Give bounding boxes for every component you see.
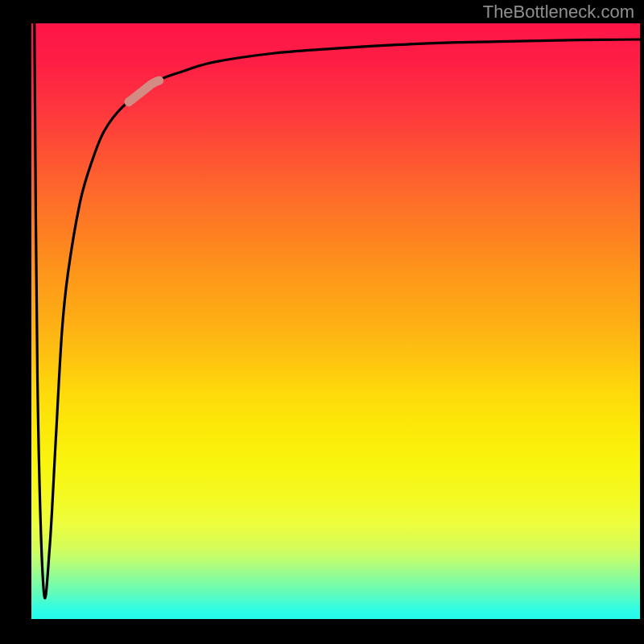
plot-area [31,23,640,619]
chart-root: TheBottleneck.com [0,0,644,644]
curve-layer [31,23,640,619]
bottleneck-curve [35,23,640,598]
watermark-text: TheBottleneck.com [483,2,634,23]
curve-highlight [129,80,159,102]
